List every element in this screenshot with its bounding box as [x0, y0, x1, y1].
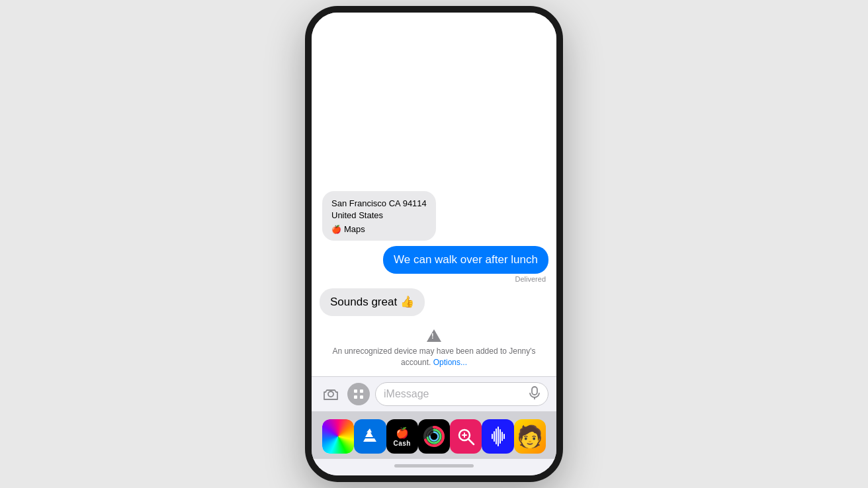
maps-row: 🍎 Maps: [331, 224, 427, 234]
svg-rect-4: [360, 395, 363, 399]
delivered-status: Delivered: [515, 275, 546, 283]
warning-triangle-icon: [427, 329, 441, 342]
soundwave-bar6: [501, 432, 503, 441]
soundwave-bar2: [494, 431, 495, 442]
check-app-icon[interactable]: [450, 419, 482, 454]
memoji-emoji: 🧑: [517, 426, 543, 447]
svg-point-0: [328, 391, 333, 397]
maps-label: Maps: [344, 224, 365, 234]
photos-app-icon[interactable]: [322, 419, 354, 454]
sent-bubble[interactable]: We can walk over after lunch: [383, 246, 548, 274]
address-line: San Francisco CA 94114: [331, 198, 427, 210]
soundwave-bar7: [503, 434, 505, 439]
location-bubble[interactable]: San Francisco CA 94114 United States 🍎 M…: [322, 191, 436, 241]
soundwave-bar5: [499, 429, 501, 444]
appstore-app-icon[interactable]: [354, 419, 386, 454]
memoji-app-icon[interactable]: 🧑: [514, 419, 546, 454]
soundwave-bar4: [498, 427, 499, 446]
sent-bubble-wrapper: We can walk over after lunch Delivered: [320, 246, 548, 283]
warning-text: An unrecognized device may have been add…: [325, 346, 543, 368]
soundwave-app-icon[interactable]: [482, 419, 513, 454]
soundwave-content: [492, 427, 505, 446]
soundwave-bar3: [496, 428, 497, 444]
phone-screen: San Francisco CA 94114 United States 🍎 M…: [312, 13, 556, 475]
svg-line-14: [468, 439, 474, 444]
activity-app-icon[interactable]: [418, 419, 450, 454]
app-dock: 🍎 Cash: [312, 411, 556, 459]
svg-rect-2: [360, 389, 363, 393]
apps-button[interactable]: [347, 383, 370, 405]
photos-gradient: [322, 419, 354, 454]
home-bar: [394, 464, 474, 468]
country-line: United States: [331, 210, 427, 222]
phone-frame: San Francisco CA 94114 United States 🍎 M…: [305, 6, 563, 482]
home-indicator[interactable]: [312, 459, 556, 475]
soundwave-bar1: [492, 434, 493, 439]
svg-rect-3: [354, 395, 357, 399]
camera-button[interactable]: [320, 383, 342, 405]
warning-options-link[interactable]: Options...: [433, 358, 467, 367]
svg-rect-5: [532, 387, 537, 395]
warning-section: An unrecognized device may have been add…: [312, 321, 556, 376]
imessage-input[interactable]: iMessage: [375, 382, 548, 406]
received-bubble-wrapper: Sounds great 👍: [320, 288, 548, 316]
apple-logo-icon: 🍎: [331, 225, 341, 234]
input-bar: iMessage: [312, 376, 556, 411]
cash-app-icon[interactable]: 🍎 Cash: [386, 419, 418, 454]
svg-rect-1: [354, 389, 357, 393]
imessage-placeholder: iMessage: [384, 388, 429, 400]
messages-area: San Francisco CA 94114 United States 🍎 M…: [312, 13, 556, 321]
received-bubble[interactable]: Sounds great 👍: [320, 288, 425, 316]
microphone-icon[interactable]: [529, 386, 540, 402]
